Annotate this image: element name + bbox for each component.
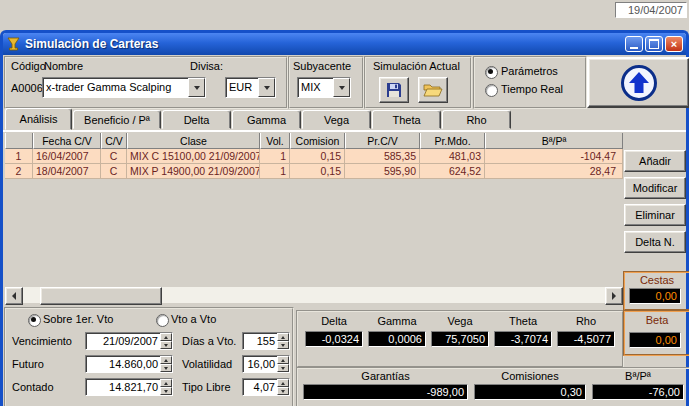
tipo-libre-field[interactable]: 4,07 (242, 378, 290, 396)
spin-down-icon[interactable] (277, 387, 289, 395)
tipo-libre-stepper[interactable] (277, 379, 289, 395)
tab-theta[interactable]: Theta (372, 110, 441, 129)
cestas-value: 0,00 (629, 288, 681, 304)
grid-header-cv[interactable]: C/V (101, 132, 127, 149)
cell-bfpf: -104,47 (485, 149, 623, 164)
contado-field[interactable]: 14.821,70 (85, 378, 173, 396)
gamma-label: Gamma (368, 315, 426, 327)
cell-num: 1 (5, 149, 33, 164)
tab-delta[interactable]: Delta (162, 110, 231, 129)
open-simulation-button[interactable] (418, 77, 448, 103)
subyacente-combobox-value: MIX (298, 78, 333, 97)
tab-gamma[interactable]: Gamma (232, 110, 301, 129)
grid-header-comision[interactable]: Comision (290, 132, 345, 149)
cell-clase: MIX P 14900,00 21/09/2007 (127, 164, 260, 179)
futuro-stepper[interactable] (160, 356, 172, 372)
grid-header-prcv[interactable]: Pr.C/V (345, 132, 420, 149)
scroll-track[interactable] (23, 287, 605, 303)
tab-pane-edge (3, 130, 686, 132)
vencimiento-label: Vencimiento (12, 335, 72, 347)
grid-row[interactable]: 2 18/04/2007 C MIX P 14900,00 21/09/2007… (5, 164, 623, 179)
parametros-radio[interactable] (485, 66, 498, 79)
scroll-right-icon (612, 292, 616, 300)
run-simulation-button[interactable] (587, 57, 689, 108)
simulacion-actual-group: Simulación Actual (364, 56, 472, 109)
tab-rho[interactable]: Rho (442, 110, 511, 129)
spin-down-icon[interactable] (160, 341, 172, 349)
title-bar[interactable]: Simulación de Carteras × (3, 33, 686, 55)
chevron-down-icon (264, 86, 270, 90)
scroll-left-button[interactable] (5, 287, 23, 305)
tab-beneficio[interactable]: Beneficio / Pª (73, 110, 161, 129)
chevron-down-icon (194, 86, 200, 90)
modificar-button[interactable]: Modificar (624, 177, 686, 199)
scroll-thumb[interactable] (40, 287, 162, 305)
spin-up-icon[interactable] (160, 333, 172, 341)
scroll-right-button[interactable] (605, 287, 623, 305)
divisa-combobox[interactable]: EUR (225, 77, 276, 98)
open-folder-icon (423, 82, 443, 98)
grid-row[interactable]: 1 16/04/2007 C MIX C 15100,00 21/09/2007… (5, 149, 623, 164)
spin-down-icon[interactable] (277, 341, 289, 349)
grid-header-vol[interactable]: Vol. (260, 132, 290, 149)
volatilidad-field[interactable]: 16,00 (242, 355, 290, 373)
futuro-field[interactable]: 14.860,00 (85, 355, 173, 373)
anadir-button[interactable]: Añadir (624, 150, 686, 172)
nombre-combobox[interactable]: x-trader Gamma Scalping (42, 77, 206, 98)
comisiones-value: 0,30 (474, 384, 586, 400)
nombre-dropdown-button[interactable] (188, 78, 205, 97)
dias-stepper[interactable] (277, 333, 289, 349)
spin-up-icon[interactable] (160, 379, 172, 387)
tab-strip: Análisis Beneficio / Pª Delta Gamma Vega… (4, 108, 687, 130)
spin-down-icon[interactable] (160, 387, 172, 395)
contado-stepper[interactable] (160, 379, 172, 395)
maximize-icon (649, 39, 659, 49)
futuro-label: Futuro (12, 358, 44, 370)
cestas-group: Cestas 0,00 (623, 271, 689, 311)
close-button[interactable]: × (665, 36, 683, 52)
subyacente-dropdown-button[interactable] (333, 78, 350, 97)
grid-header-indicator[interactable] (5, 132, 33, 149)
vto-a-vto-radio[interactable] (156, 314, 169, 327)
tab-vega[interactable]: Vega (302, 110, 371, 129)
spin-up-icon[interactable] (160, 356, 172, 364)
subyacente-combobox[interactable]: MIX (297, 77, 351, 98)
tab-analisis[interactable]: Análisis (5, 108, 72, 130)
tiempo-real-radio[interactable] (485, 84, 498, 97)
maximize-button[interactable] (645, 36, 663, 52)
spin-up-icon[interactable] (277, 333, 289, 341)
grid-header-bfpf[interactable]: Bª/Pª (485, 132, 623, 149)
dias-a-vto-label: Días a Vto. (182, 335, 236, 347)
vencimiento-field[interactable]: 21/09/2007 (85, 332, 173, 350)
divisa-dropdown-button[interactable] (258, 78, 275, 97)
spin-down-icon[interactable] (160, 364, 172, 372)
tipo-libre-label: Tipo Libre (182, 381, 231, 393)
gamma-value: 0,0006 (368, 331, 426, 347)
grid-header-fecha[interactable]: Fecha C/V (33, 132, 101, 149)
chevron-down-icon (339, 86, 345, 90)
minimize-button[interactable] (625, 36, 643, 52)
date-field[interactable]: 19/04/2007 (615, 2, 687, 18)
spin-down-icon[interactable] (277, 364, 289, 372)
grid-horizontal-scrollbar[interactable] (5, 287, 623, 303)
vega-value: 75,7050 (431, 331, 489, 347)
save-icon (385, 81, 403, 99)
dias-a-vto-field[interactable]: 155 (242, 332, 290, 350)
grid-header-clase[interactable]: Clase (127, 132, 260, 149)
spin-up-icon[interactable] (277, 379, 289, 387)
eliminar-button[interactable]: Eliminar (624, 204, 686, 226)
vencimiento-stepper[interactable] (160, 333, 172, 349)
grid-header-prmdo[interactable]: Pr.Mdo. (420, 132, 485, 149)
delta-n-button[interactable]: Delta N. (624, 231, 686, 253)
cell-bfpf: 28,47 (485, 164, 623, 179)
codigo-label: Código (11, 60, 46, 72)
beta-value: 0,00 (629, 332, 681, 348)
volatilidad-stepper[interactable] (277, 356, 289, 372)
save-simulation-button[interactable] (379, 77, 409, 103)
spin-up-icon[interactable] (277, 356, 289, 364)
cell-prmdo: 624,52 (420, 164, 485, 179)
cell-vol: 1 (260, 149, 290, 164)
sobre-1er-vto-label: Sobre 1er. Vto (43, 313, 113, 325)
comisiones-label: Comisiones (474, 370, 586, 382)
sobre-1er-vto-radio[interactable] (28, 314, 41, 327)
